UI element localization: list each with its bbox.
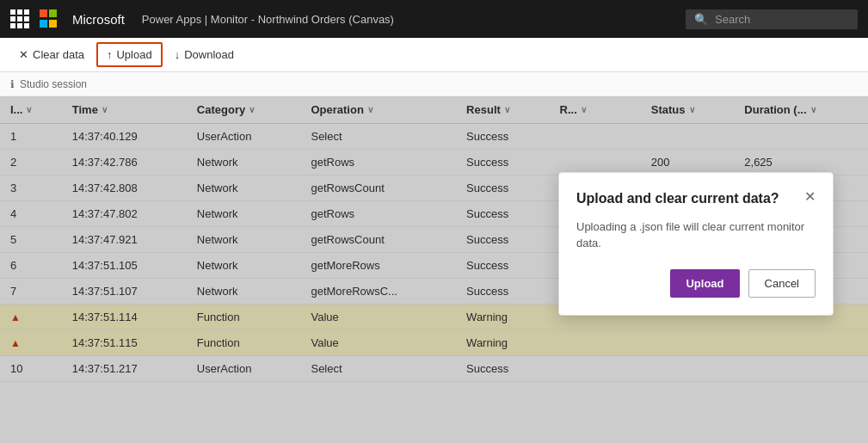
download-label: Download (184, 48, 234, 61)
microsoft-logo (40, 9, 58, 28)
session-label: Studio session (20, 78, 87, 90)
search-input[interactable] (715, 13, 844, 26)
upload-icon: ↑ (107, 48, 113, 61)
upload-dialog: Upload and clear current data? ✕ Uploadi… (558, 172, 834, 316)
upload-button[interactable]: ↑ Upload (96, 42, 163, 67)
clear-data-label: Clear data (33, 48, 84, 61)
dialog-header: Upload and clear current data? ✕ (576, 190, 816, 208)
toolbar: ✕ Clear data ↑ Upload ↓ Download (0, 38, 868, 72)
app-title: Power Apps | Monitor - Northwind Orders … (142, 13, 394, 26)
waffle-icon[interactable] (10, 9, 29, 28)
search-icon: 🔍 (694, 13, 708, 26)
dialog-body: Uploading a .json file will clear curren… (576, 218, 816, 252)
upload-label: Upload (116, 48, 151, 61)
search-box[interactable]: 🔍 (686, 9, 858, 29)
dialog-cancel-button[interactable]: Cancel (748, 269, 816, 298)
download-icon: ↓ (175, 48, 181, 61)
table-wrapper: I...∨ Time∨ Category∨ Operation∨ Result∨… (0, 96, 868, 443)
dialog-title: Upload and clear current data? (576, 190, 779, 208)
info-icon: ℹ (10, 78, 15, 90)
dialog-upload-button[interactable]: Upload (670, 269, 739, 298)
brand-label: Microsoft (72, 12, 125, 27)
clear-data-button[interactable]: ✕ Clear data (10, 44, 93, 65)
download-button[interactable]: ↓ Download (166, 44, 243, 65)
session-bar: ℹ Studio session (0, 72, 868, 96)
dialog-close-button[interactable]: ✕ (804, 190, 816, 204)
topbar: Microsoft Power Apps | Monitor - Northwi… (0, 0, 868, 38)
clear-icon: ✕ (19, 48, 28, 61)
dialog-actions: Upload Cancel (576, 269, 816, 298)
modal-overlay: Upload and clear current data? ✕ Uploadi… (0, 96, 868, 443)
